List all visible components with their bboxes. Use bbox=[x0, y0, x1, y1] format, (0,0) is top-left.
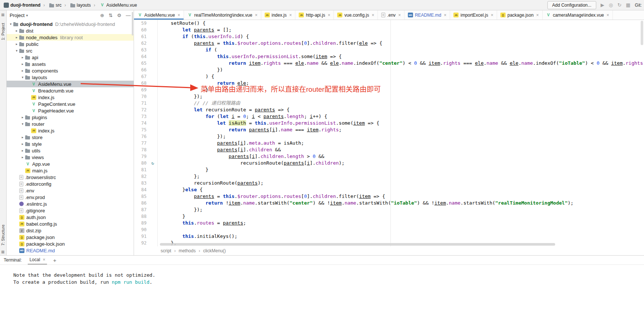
terminal-output[interactable]: Note that the development build is not o… bbox=[0, 265, 644, 286]
project-panel-title[interactable]: Project bbox=[10, 13, 24, 18]
profile-icon[interactable]: ◎ bbox=[609, 2, 613, 8]
tree-item[interactable]: .gitignore bbox=[7, 207, 134, 214]
code-line[interactable]: 90 bbox=[134, 226, 644, 233]
breadcrumb-item[interactable]: AsideMenu.vue bbox=[92, 3, 138, 8]
code-line[interactable]: 61 if (this.userInfo.id) { bbox=[134, 33, 644, 40]
code-line[interactable]: 62 parents = this.$router.options.routes… bbox=[134, 40, 644, 47]
close-icon[interactable] bbox=[328, 13, 330, 18]
close-icon[interactable] bbox=[289, 13, 292, 18]
code-line[interactable]: 89 this.routes = parents; bbox=[134, 220, 644, 226]
code-line[interactable]: 72 let recursionRoute = parents => { bbox=[134, 107, 644, 113]
tree-item[interactable]: store bbox=[7, 134, 134, 141]
grid-icon[interactable]: ▦ bbox=[626, 2, 630, 8]
tree-item[interactable]: .editorconfig bbox=[7, 181, 134, 187]
tree-item[interactable]: dist bbox=[7, 27, 134, 34]
code-line[interactable]: 73 for (let i = 0; i < parents.length; i… bbox=[134, 113, 644, 120]
close-icon[interactable] bbox=[491, 13, 493, 18]
update-project-icon[interactable]: ↻ bbox=[617, 2, 621, 8]
code-line[interactable]: 66 }) bbox=[134, 67, 644, 73]
tree-item[interactable]: .env bbox=[7, 187, 134, 194]
close-icon[interactable] bbox=[536, 13, 539, 18]
editor-tab[interactable]: package.json bbox=[497, 10, 543, 20]
editor-tab[interactable]: realTimeMonitoring\index.vue bbox=[184, 10, 261, 20]
code-line[interactable]: 75 return parents[i].name === item.right… bbox=[134, 127, 644, 133]
code-line[interactable]: 74 let isAuth = this.userInfo.permission… bbox=[134, 120, 644, 127]
tree-item[interactable]: dist.zip bbox=[7, 227, 134, 234]
tree-item[interactable]: assets bbox=[7, 61, 134, 67]
terminal-tab-local[interactable]: Local bbox=[28, 256, 47, 265]
tool-windows-toggle-icon[interactable]: ▦ bbox=[1, 250, 4, 254]
tree-item[interactable]: PageContent.vue bbox=[7, 101, 134, 107]
tree-item[interactable]: PageHeader.vue bbox=[7, 107, 134, 114]
close-icon[interactable] bbox=[398, 13, 401, 18]
code-line[interactable]: 83 recursionRoute(parents); bbox=[134, 180, 644, 186]
tree-item[interactable]: package-lock.json bbox=[7, 240, 134, 247]
code-line[interactable]: 71 // // 递归权限路由 bbox=[134, 100, 644, 107]
code-line[interactable]: 77 parents[i].meta.auth = isAuth; bbox=[134, 140, 644, 146]
breadcrumb-item[interactable]: script bbox=[160, 248, 172, 253]
breadcrumb-item[interactable]: duoji-frontend bbox=[2, 3, 42, 8]
gear-icon[interactable]: ⚙ bbox=[117, 13, 121, 18]
code-line[interactable]: 85 parents = this.$router.options.routes… bbox=[134, 193, 644, 200]
tree-item[interactable]: utils bbox=[7, 147, 134, 154]
tree-item[interactable]: duoji-frontendD:\zheheWeb\duoji-frontend bbox=[7, 21, 134, 27]
structure-stripe-button[interactable]: 7: Structure bbox=[1, 225, 5, 246]
tree-item[interactable]: Breadcrumb.vue bbox=[7, 87, 134, 94]
close-icon[interactable] bbox=[178, 13, 180, 18]
project-tree-scrollbar[interactable] bbox=[132, 12, 133, 36]
add-configuration-button[interactable]: Add Configuration... bbox=[547, 1, 596, 9]
collapse-all-icon[interactable]: ⇅ bbox=[108, 13, 113, 18]
tree-item[interactable]: AsideMenu.vue bbox=[7, 81, 134, 87]
run-icon[interactable]: ▶ bbox=[601, 2, 604, 8]
editor-tab[interactable]: .env bbox=[378, 10, 405, 20]
tree-item[interactable]: views bbox=[7, 154, 134, 161]
editor-tab[interactable]: index.js bbox=[261, 10, 296, 20]
tree-item[interactable]: main.js bbox=[7, 167, 134, 174]
tree-item[interactable]: .eslintrc.js bbox=[7, 201, 134, 207]
breadcrumb-item[interactable]: src bbox=[42, 3, 63, 8]
close-icon[interactable] bbox=[607, 13, 609, 18]
code-line[interactable]: 91 this.initialKeys(); bbox=[134, 233, 644, 240]
code-line[interactable]: 81 } bbox=[134, 166, 644, 173]
tree-item[interactable]: index.js bbox=[7, 94, 134, 101]
tool-window-icon[interactable]: ▦ bbox=[1, 13, 4, 17]
tree-item[interactable]: router bbox=[7, 121, 134, 127]
close-icon[interactable] bbox=[372, 13, 374, 18]
terminal-title[interactable]: Terminal: bbox=[4, 257, 22, 263]
tree-item[interactable]: layouts bbox=[7, 74, 134, 81]
code-line[interactable]: 86 return !item.name.startsWith("center"… bbox=[134, 200, 644, 206]
tree-item[interactable]: node_moduleslibrary root bbox=[7, 34, 134, 41]
code-line[interactable]: 80 recursionRoute(parents[i].children); bbox=[134, 160, 644, 166]
breadcrumb-item[interactable]: layouts bbox=[63, 3, 92, 8]
tree-item[interactable]: App.vue bbox=[7, 161, 134, 167]
editor-tab[interactable]: AsideMenu.vue bbox=[134, 10, 184, 20]
chevron-down-icon[interactable]: ▾ bbox=[26, 13, 28, 17]
editor-tab[interactable]: vue.config.js bbox=[334, 10, 378, 20]
code-line[interactable]: 60 let parents = []; bbox=[134, 27, 644, 33]
code-line[interactable]: 88 } bbox=[134, 213, 644, 220]
close-icon[interactable] bbox=[444, 13, 446, 18]
close-icon[interactable] bbox=[255, 13, 258, 18]
code-line[interactable]: 87 }); bbox=[134, 206, 644, 213]
tree-item[interactable]: plugins bbox=[7, 114, 134, 121]
code-line[interactable]: 70 }); bbox=[134, 93, 644, 100]
tree-item[interactable]: babel.config.js bbox=[7, 220, 134, 227]
add-terminal-button[interactable]: + bbox=[53, 257, 56, 263]
editor-tab[interactable]: cameraManage\index.vue bbox=[543, 10, 613, 20]
git-branch-label[interactable]: Git: bbox=[635, 3, 642, 8]
editor-tab[interactable]: README.md bbox=[405, 10, 450, 20]
locate-file-icon[interactable]: ⊕ bbox=[100, 13, 104, 18]
tree-item[interactable]: .browserslistrc bbox=[7, 174, 134, 181]
hide-panel-icon[interactable]: — bbox=[126, 13, 131, 18]
tree-item[interactable]: index.js bbox=[7, 127, 134, 134]
code-line[interactable]: 79 parents[i].children.length > 0 && bbox=[134, 153, 644, 160]
code-line[interactable]: 78 parents[i].children && bbox=[134, 146, 644, 153]
code-line[interactable]: 59 setRoute() { bbox=[134, 20, 644, 27]
code-line[interactable]: 82 }; bbox=[134, 173, 644, 180]
tree-item[interactable]: .env.prod bbox=[7, 194, 134, 201]
breadcrumb-item[interactable]: methods bbox=[172, 248, 197, 253]
project-stripe-button[interactable]: 1: Project bbox=[1, 23, 5, 40]
breadcrumb-item[interactable]: clickMenu() bbox=[197, 248, 227, 253]
editor-tab[interactable]: http-api.js bbox=[295, 10, 334, 20]
close-icon[interactable] bbox=[43, 257, 45, 262]
